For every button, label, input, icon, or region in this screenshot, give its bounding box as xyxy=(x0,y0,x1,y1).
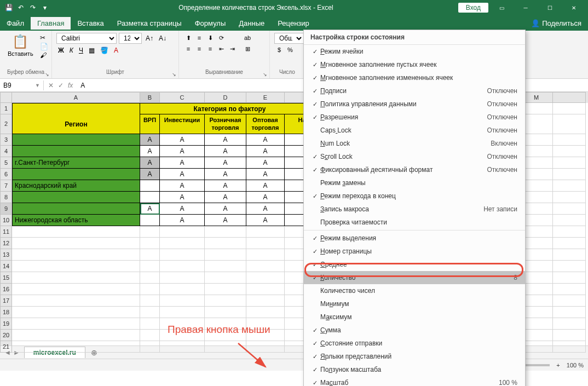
cell[interactable]: A xyxy=(140,134,160,146)
enter-formula-icon[interactable]: ✓ xyxy=(58,82,64,89)
copy-icon[interactable]: 📄 xyxy=(40,43,48,50)
cell[interactable] xyxy=(12,330,140,341)
context-menu-item[interactable]: ✓Масштаб100 % xyxy=(304,376,525,386)
cell[interactable]: A xyxy=(205,169,246,180)
align-right-icon[interactable]: ≡ xyxy=(205,44,215,54)
cell[interactable] xyxy=(12,318,140,330)
orientation-icon[interactable]: ⟳ xyxy=(216,33,226,43)
row-header[interactable]: 11 xyxy=(0,226,12,238)
zoom-in-icon[interactable]: + xyxy=(556,362,560,368)
context-menu-item[interactable]: ✓Политика управления даннымиОтключен xyxy=(304,97,525,111)
cell[interactable]: A xyxy=(246,134,285,146)
context-menu-item[interactable]: ✓Сумма xyxy=(304,324,525,337)
cell[interactable]: A xyxy=(246,215,285,226)
percent-icon[interactable]: % xyxy=(285,45,295,55)
cell[interactable] xyxy=(160,341,205,353)
ribbon-options-icon[interactable]: ▭ xyxy=(491,0,512,15)
currency-icon[interactable]: $ xyxy=(274,45,284,55)
italic-button[interactable]: К xyxy=(68,46,75,55)
cell[interactable]: A xyxy=(246,169,285,180)
cell[interactable]: ВРП xyxy=(140,114,160,134)
cell[interactable] xyxy=(553,203,586,215)
cell[interactable]: A xyxy=(205,134,246,146)
cell[interactable] xyxy=(140,272,160,284)
bold-button[interactable]: Ж xyxy=(56,46,66,55)
cell[interactable] xyxy=(12,103,140,114)
cell[interactable] xyxy=(140,192,160,203)
font-name-select[interactable]: Calibri xyxy=(56,33,117,44)
cell[interactable] xyxy=(140,318,160,330)
cell[interactable] xyxy=(205,238,246,249)
cell[interactable]: Краснодарский край xyxy=(12,180,140,192)
tab-prev-icon[interactable]: ◄ xyxy=(4,349,11,356)
cell[interactable]: A xyxy=(205,203,246,215)
paste-button[interactable]: 📋 Вставить xyxy=(4,33,37,69)
context-menu-item[interactable]: ✓Среднее xyxy=(304,258,525,271)
cell[interactable] xyxy=(553,215,586,226)
indent-decrease-icon[interactable]: ⇤ xyxy=(216,44,226,54)
indent-increase-icon[interactable]: ⇥ xyxy=(227,44,237,54)
cell[interactable]: A xyxy=(140,146,160,157)
align-top-icon[interactable]: ⬆ xyxy=(183,33,193,43)
row-header[interactable]: 17 xyxy=(0,295,12,307)
number-format-select[interactable]: Общий xyxy=(274,33,304,44)
context-menu-item[interactable]: ✓ПодписиОтключен xyxy=(304,84,525,97)
font-color-button[interactable]: A xyxy=(112,46,120,55)
row-header[interactable]: 14 xyxy=(0,261,12,272)
context-menu-item[interactable]: ✓Мгновенное заполнение измененных ячеек xyxy=(304,71,525,84)
cell[interactable] xyxy=(140,307,160,318)
align-center-icon[interactable]: ≡ xyxy=(194,44,204,54)
cell[interactable]: A xyxy=(246,157,285,169)
name-box-dropdown-icon[interactable]: ▼ xyxy=(35,83,40,88)
clipboard-dialog-icon[interactable]: ↘ xyxy=(45,72,49,77)
login-button[interactable]: Вход xyxy=(458,3,488,13)
cell[interactable]: A xyxy=(160,203,205,215)
row-header[interactable]: 5 xyxy=(0,157,12,169)
redo-icon[interactable]: ↷ xyxy=(28,3,37,12)
cell[interactable]: Категория по фактору xyxy=(140,103,320,114)
cell[interactable] xyxy=(553,261,586,272)
cell[interactable] xyxy=(12,295,140,307)
row-header[interactable]: 12 xyxy=(0,238,12,249)
context-menu-item[interactable]: ✓Режим перехода в конец xyxy=(304,189,525,203)
cell[interactable] xyxy=(140,295,160,307)
font-size-select[interactable]: 12 xyxy=(119,33,142,44)
context-menu-item[interactable]: ✓Состояние отправки xyxy=(304,337,525,350)
row-header[interactable]: 18 xyxy=(0,307,12,318)
cell[interactable] xyxy=(553,157,586,169)
maximize-icon[interactable]: ☐ xyxy=(539,0,561,15)
context-menu-item[interactable]: Количество чисел xyxy=(304,284,525,297)
menu-layout[interactable]: Разметка страницы xyxy=(111,17,188,30)
cell[interactable] xyxy=(205,249,246,261)
cell[interactable]: A xyxy=(205,180,246,192)
cell[interactable]: A xyxy=(205,157,246,169)
cell[interactable] xyxy=(553,295,586,307)
cell[interactable]: A xyxy=(160,157,205,169)
align-bottom-icon[interactable]: ⬇ xyxy=(205,33,215,43)
row-header[interactable]: 7 xyxy=(0,180,12,192)
cell[interactable] xyxy=(205,295,246,307)
context-menu-item[interactable]: Запись макросаНет записи xyxy=(304,203,525,216)
cell[interactable] xyxy=(553,330,586,341)
cell[interactable] xyxy=(12,169,140,180)
menu-review[interactable]: Рецензир xyxy=(271,17,316,30)
row-header[interactable]: 19 xyxy=(0,318,12,330)
cell[interactable] xyxy=(140,226,160,238)
row-header[interactable]: 13 xyxy=(0,249,12,261)
cell[interactable] xyxy=(12,146,140,157)
cell[interactable]: A xyxy=(205,192,246,203)
cell[interactable]: A xyxy=(160,192,205,203)
save-icon[interactable]: 💾 xyxy=(4,3,13,12)
cell[interactable] xyxy=(246,307,285,318)
cell[interactable] xyxy=(205,272,246,284)
select-all-corner[interactable] xyxy=(0,92,12,103)
cell[interactable]: Инвестиции xyxy=(160,114,205,134)
context-menu-item[interactable]: Caps LockОтключен xyxy=(304,124,525,137)
cell[interactable] xyxy=(246,238,285,249)
border-button[interactable]: ▦ xyxy=(87,46,96,55)
cell[interactable] xyxy=(553,226,586,238)
share-button[interactable]: 👤 Поделиться xyxy=(524,17,588,30)
row-header[interactable]: 3 xyxy=(0,134,12,146)
row-header[interactable]: 6 xyxy=(0,169,12,180)
cell[interactable] xyxy=(246,284,285,295)
